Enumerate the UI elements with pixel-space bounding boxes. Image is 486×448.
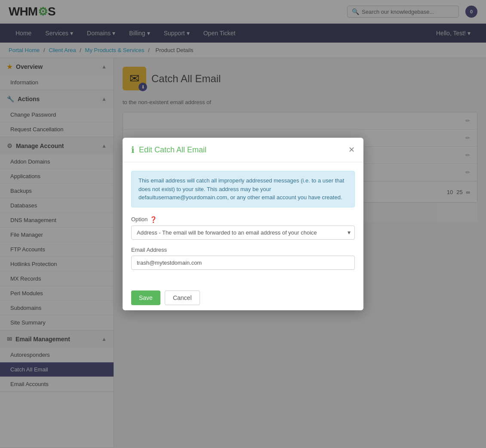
modal-body: This email address will catch all improp… [123, 162, 363, 285]
info-box: This email address will catch all improp… [131, 171, 355, 207]
info-circle-icon: ℹ [131, 145, 135, 155]
help-icon[interactable]: ❓ [150, 216, 157, 223]
save-button[interactable]: Save [131, 290, 160, 305]
modal-footer: Save Cancel [123, 285, 363, 310]
email-form-group: Email Address [131, 247, 355, 270]
email-input[interactable] [131, 256, 355, 270]
option-form-group: Option ❓ Address - The email will be for… [131, 216, 355, 240]
modal-title: Edit Catch All Email [139, 145, 206, 154]
cancel-button[interactable]: Cancel [165, 290, 200, 305]
email-label: Email Address [131, 247, 355, 253]
modal-overlay[interactable]: ℹ Edit Catch All Email ✕ This email addr… [0, 0, 486, 447]
option-select[interactable]: Address - The email will be forwarded to… [131, 226, 355, 240]
edit-catch-all-modal: ℹ Edit Catch All Email ✕ This email addr… [123, 138, 363, 310]
modal-header: ℹ Edit Catch All Email ✕ [123, 138, 363, 162]
modal-close-button[interactable]: ✕ [348, 145, 355, 154]
option-label: Option ❓ [131, 216, 355, 223]
